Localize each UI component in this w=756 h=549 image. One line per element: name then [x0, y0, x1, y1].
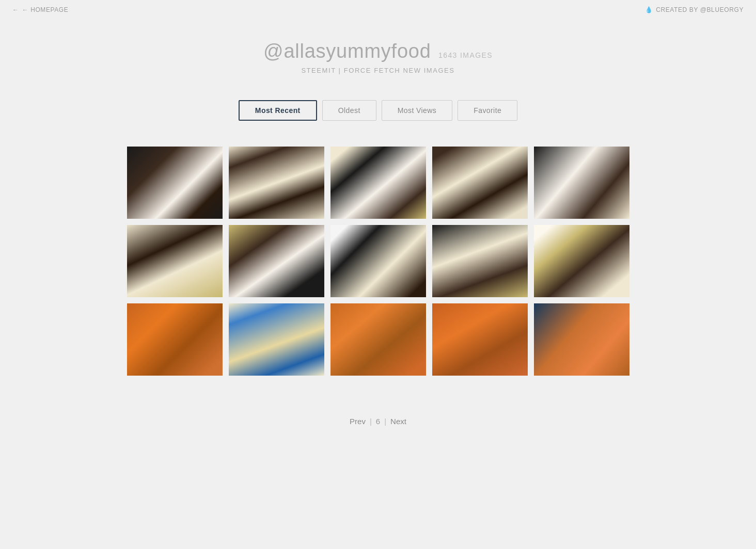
current-page-number: 6: [376, 417, 380, 426]
gallery-item[interactable]: [127, 225, 223, 297]
subtitle: STEEMIT | FORCE FETCH NEW IMAGES: [0, 67, 756, 74]
gallery-item[interactable]: [229, 303, 324, 376]
filter-favorite[interactable]: Favorite: [458, 100, 517, 121]
gallery-item[interactable]: [432, 147, 528, 219]
pagination-separator-2: |: [384, 417, 386, 426]
gallery-item[interactable]: [330, 303, 426, 376]
filter-oldest[interactable]: Oldest: [322, 100, 376, 121]
prev-page-link[interactable]: Prev: [350, 417, 366, 426]
username: @allasyummyfood: [263, 40, 431, 62]
page-header: @allasyummyfood 1643 IMAGES STEEMIT | FO…: [0, 20, 756, 85]
filter-most-recent[interactable]: Most Recent: [239, 100, 317, 121]
gallery-item[interactable]: [127, 147, 223, 219]
gallery-item[interactable]: [534, 225, 629, 297]
arrow-left-icon: ←: [12, 6, 19, 13]
force-fetch-link[interactable]: FORCE FETCH NEW IMAGES: [344, 67, 455, 74]
created-by: 💧 CREATED BY @BLUEORGY: [645, 6, 744, 13]
gallery-item[interactable]: [534, 147, 629, 219]
gallery-item[interactable]: [534, 303, 629, 376]
gallery-item[interactable]: [432, 303, 528, 376]
gallery-item[interactable]: [432, 225, 528, 297]
steemit-link[interactable]: STEEMIT: [301, 67, 336, 74]
image-gallery: [0, 136, 756, 386]
filter-buttons: Most Recent Oldest Most Views Favorite: [0, 100, 756, 121]
homepage-link[interactable]: ← ← HOMEPAGE: [12, 6, 68, 13]
gallery-item[interactable]: [330, 147, 426, 219]
image-count: 1643 IMAGES: [438, 51, 493, 59]
drop-icon: 💧: [645, 6, 653, 13]
created-by-label: CREATED BY @BLUEORGY: [656, 6, 744, 13]
top-bar: ← ← HOMEPAGE 💧 CREATED BY @BLUEORGY: [0, 0, 756, 20]
subtitle-separator: |: [339, 67, 344, 74]
homepage-label: ← HOMEPAGE: [22, 6, 69, 13]
gallery-item[interactable]: [127, 303, 223, 376]
next-page-link[interactable]: Next: [390, 417, 406, 426]
pagination-separator-1: |: [370, 417, 372, 426]
gallery-item[interactable]: [229, 225, 324, 297]
pagination: Prev | 6 | Next: [0, 417, 756, 426]
gallery-item[interactable]: [330, 225, 426, 297]
title-row: @allasyummyfood 1643 IMAGES: [0, 40, 756, 62]
filter-most-views[interactable]: Most Views: [382, 100, 453, 121]
gallery-item[interactable]: [229, 147, 324, 219]
